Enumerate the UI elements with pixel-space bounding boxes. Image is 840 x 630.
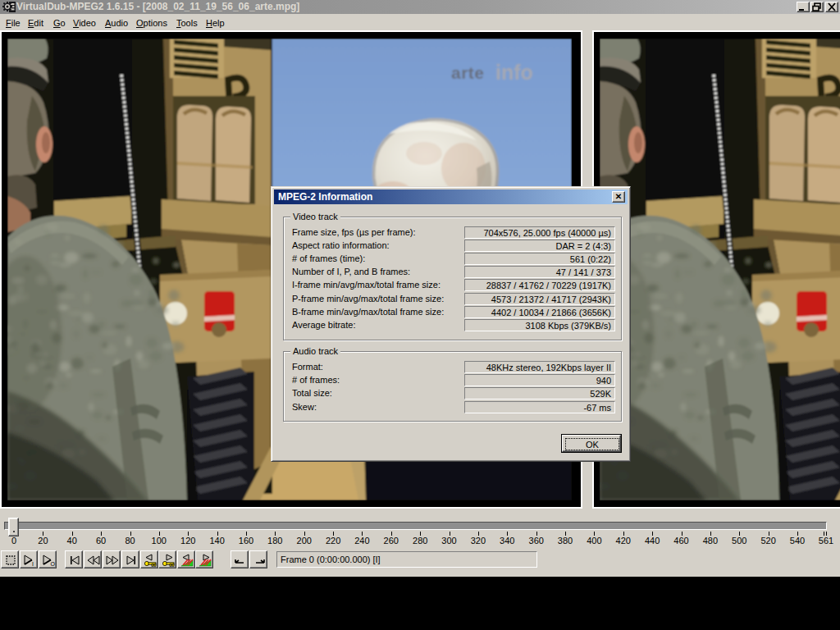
svg-text:O: O: [50, 561, 55, 567]
svg-text:I: I: [32, 561, 34, 567]
